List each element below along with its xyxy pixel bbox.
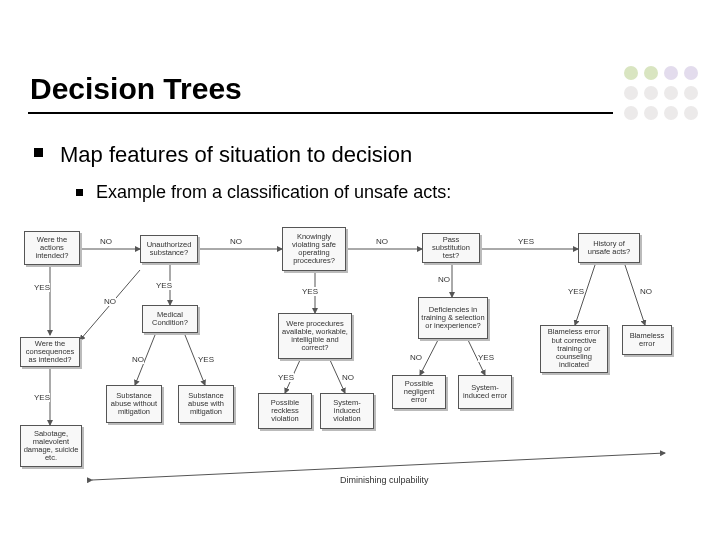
terminal-reckless-violation: Possible reckless violation	[258, 393, 312, 429]
bullet-text-2: Example from a classification of unsafe …	[96, 182, 451, 203]
node-unauthorized-substance: Unauthorized substance?	[140, 235, 198, 263]
node-consequences-intended: Were the consequences as intended?	[20, 337, 80, 367]
edge-label: YES	[478, 353, 494, 362]
node-knowingly-violating: Knowingly violating safe operating proce…	[282, 227, 346, 271]
edge-label: NO	[100, 237, 112, 246]
edge-label: NO	[230, 237, 242, 246]
node-actions-intended: Were the actions intended?	[24, 231, 80, 265]
slide-title: Decision Trees	[30, 72, 242, 106]
decision-tree-diagram: Were the actions intended? Unauthorized …	[20, 225, 700, 515]
edge-label: NO	[410, 353, 422, 362]
node-substitution-test: Pass substitution test?	[422, 233, 480, 263]
edge-label: NO	[640, 287, 652, 296]
culpability-label: Diminishing culpability	[340, 475, 429, 485]
edge-label: YES	[568, 287, 584, 296]
edge-label: YES	[34, 393, 50, 402]
terminal-substance-abuse-mitigation: Substance abuse with mitigation	[178, 385, 234, 423]
edge-label: NO	[104, 297, 116, 306]
terminal-blameless: Blameless error	[622, 325, 672, 355]
bullet-icon	[76, 189, 83, 196]
node-training-deficiencies: Deficiencies in training & selection or …	[418, 297, 488, 339]
node-procedures-available: Were procedures available, workable, int…	[278, 313, 352, 359]
node-history-unsafe: History of unsafe acts?	[578, 233, 640, 263]
edge-label: YES	[518, 237, 534, 246]
terminal-system-error: System-induced error	[458, 375, 512, 409]
terminal-blameless-corrective: Blameless error but corrective training …	[540, 325, 608, 373]
edge-label: YES	[198, 355, 214, 364]
terminal-negligent-error: Possible negligent error	[392, 375, 446, 409]
node-medical-condition: Medical Condition?	[142, 305, 198, 333]
edge-label: YES	[156, 281, 172, 290]
edge-label: YES	[278, 373, 294, 382]
svg-line-14	[420, 340, 438, 375]
edge-label: YES	[34, 283, 50, 292]
terminal-substance-abuse-no-mitigation: Substance abuse without mitigation	[106, 385, 162, 423]
terminal-system-violation: System-induced violation	[320, 393, 374, 429]
edge-label: NO	[132, 355, 144, 364]
edge-label: NO	[342, 373, 354, 382]
bullet-text-1: Map features of situation to decision	[60, 142, 412, 168]
terminal-sabotage: Sabotage, malevolent damage, suicide etc…	[20, 425, 82, 467]
bullet-icon	[34, 148, 43, 157]
edge-label: YES	[302, 287, 318, 296]
decorative-dots	[624, 66, 700, 122]
edge-label: NO	[376, 237, 388, 246]
title-underline	[28, 112, 613, 114]
edge-label: NO	[438, 275, 450, 284]
